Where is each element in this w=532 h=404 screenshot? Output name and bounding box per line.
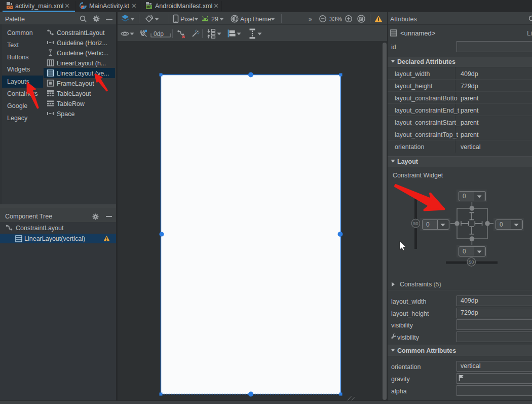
- svg-text:50: 50: [469, 260, 474, 265]
- svg-text:<>: <>: [8, 6, 12, 9]
- svg-text:50: 50: [413, 221, 418, 226]
- svg-text:MF: MF: [146, 5, 151, 9]
